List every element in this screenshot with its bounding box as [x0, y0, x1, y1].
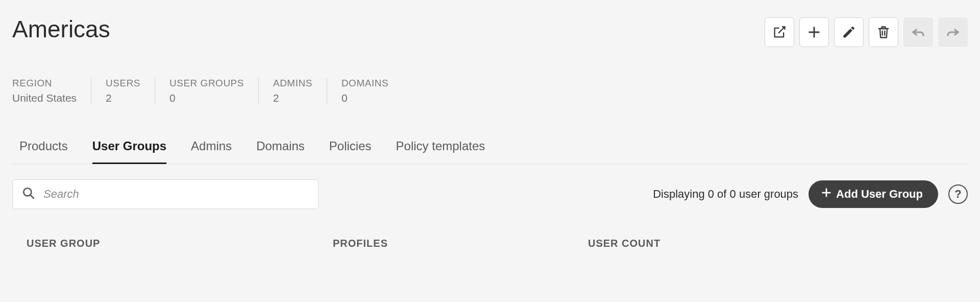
- share-icon: [772, 25, 787, 39]
- toolbar: [765, 15, 968, 47]
- page-title: Americas: [12, 15, 110, 43]
- tab-policies[interactable]: Policies: [329, 135, 372, 164]
- add-button[interactable]: [799, 17, 829, 47]
- header-row: Americas: [12, 15, 968, 47]
- table-header: USER GROUP PROFILES USER COUNT: [12, 238, 968, 249]
- stat-label: ADMINS: [273, 78, 312, 89]
- search-icon: [22, 187, 35, 202]
- stat-label: DOMAINS: [341, 78, 388, 89]
- stat-value: United States: [12, 92, 77, 104]
- stat-label: REGION: [12, 78, 77, 89]
- help-button[interactable]: ?: [948, 184, 968, 204]
- search-field[interactable]: [12, 179, 318, 209]
- tabs: Products User Groups Admins Domains Poli…: [12, 135, 968, 164]
- tab-products[interactable]: Products: [19, 135, 68, 164]
- add-user-group-button[interactable]: Add User Group: [808, 180, 938, 208]
- pencil-icon: [842, 25, 856, 39]
- stat-admins: ADMINS 2: [258, 78, 327, 104]
- page-root: Americas: [0, 0, 980, 249]
- tab-user-groups[interactable]: User Groups: [92, 135, 166, 164]
- controls-row: Displaying 0 of 0 user groups Add User G…: [12, 179, 968, 209]
- edit-button[interactable]: [834, 17, 864, 47]
- stat-domains: DOMAINS 0: [327, 78, 403, 104]
- stat-value: 2: [273, 92, 312, 104]
- stat-label: USER GROUPS: [169, 78, 244, 89]
- plus-icon: [807, 25, 821, 39]
- stat-region: REGION United States: [12, 78, 91, 104]
- redo-button: [938, 17, 968, 47]
- undo-icon: [911, 25, 926, 40]
- stat-value: 0: [169, 92, 244, 104]
- add-button-label: Add User Group: [836, 188, 923, 201]
- stat-value: 0: [341, 92, 388, 104]
- stats-row: REGION United States USERS 2 USER GROUPS…: [12, 78, 968, 104]
- stat-value: 2: [106, 92, 140, 104]
- column-profiles[interactable]: PROFILES: [333, 238, 588, 249]
- search-input[interactable]: [42, 187, 309, 201]
- share-button[interactable]: [765, 17, 794, 47]
- display-count-text: Displaying 0 of 0 user groups: [653, 188, 798, 201]
- stat-label: USERS: [106, 78, 140, 89]
- plus-icon: [821, 187, 832, 201]
- redo-icon: [945, 25, 961, 40]
- undo-button: [903, 17, 933, 47]
- tab-admins[interactable]: Admins: [191, 135, 232, 164]
- trash-icon: [876, 25, 891, 39]
- column-user-count[interactable]: USER COUNT: [588, 238, 968, 249]
- delete-button[interactable]: [869, 17, 898, 47]
- column-user-group[interactable]: USER GROUP: [27, 238, 333, 249]
- question-icon: ?: [954, 188, 961, 201]
- tab-domains[interactable]: Domains: [256, 135, 305, 164]
- stat-user-groups: USER GROUPS 0: [155, 78, 258, 104]
- tab-policy-templates[interactable]: Policy templates: [396, 135, 485, 164]
- stat-users: USERS 2: [91, 78, 155, 104]
